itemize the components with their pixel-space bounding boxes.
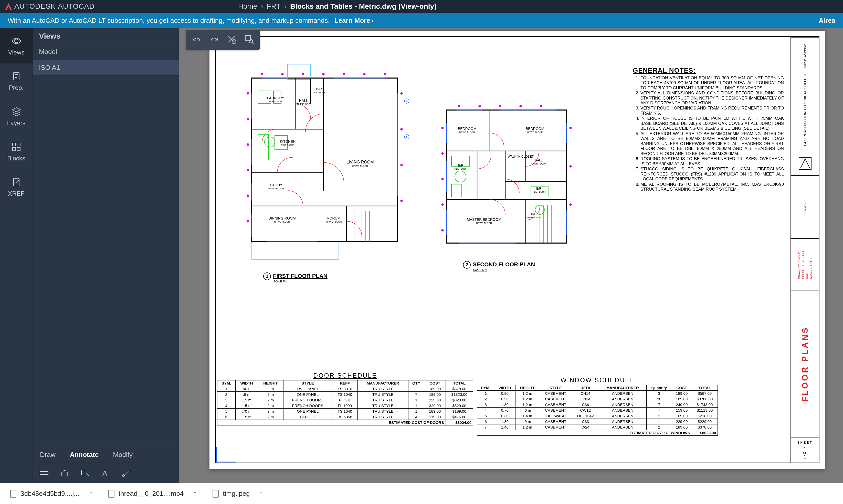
download-item[interactable]: timg.jpeg ⌃ — [205, 486, 271, 501]
svg-rect-17 — [288, 64, 311, 79]
tb-scale: SCALE 1/4"=1'-0" — [809, 250, 812, 279]
rail-layers[interactable]: Layers — [0, 99, 33, 134]
general-notes-heading: GENERAL NOTES: — [633, 67, 784, 74]
banner-right-text: Alrea — [819, 17, 835, 24]
download-filename: timg.jpeg — [223, 490, 250, 498]
view-iso-a1[interactable]: ISO A1 — [33, 60, 179, 76]
svg-point-93 — [442, 127, 444, 129]
svg-rect-9 — [40, 471, 48, 474]
text-icon[interactable]: A — [100, 468, 110, 478]
note-2: VERIFY ALL DIMENSIONS AND CONDITIONS BEF… — [640, 91, 784, 105]
second-floor-title: 2SECOND FLOOR PLANSCALE 50:1 — [463, 261, 535, 271]
rail-blocks[interactable]: Blocks — [0, 134, 33, 169]
chevron-up-icon[interactable]: ⌃ — [259, 491, 263, 497]
door-schedule: DOOR SCHEDULE SYM.WIDTHHEIGHTSTYLEREF#MA… — [217, 372, 473, 426]
rail-views[interactable]: Views — [0, 28, 33, 64]
tb-comments: COMMENTS — [804, 200, 806, 214]
multileader-icon[interactable] — [121, 468, 131, 478]
tab-annotate[interactable]: Annotate — [63, 447, 106, 463]
svg-point-94 — [442, 152, 444, 155]
side-panel: Views Model ISO A1 Draw Annotate Modify … — [33, 28, 179, 483]
svg-rect-5 — [17, 143, 20, 146]
download-item[interactable]: 3db48e4d5bd9....j... ⌃ — [3, 486, 100, 501]
door-schedule-title: DOOR SCHEDULE — [217, 372, 473, 379]
canvas[interactable]: GENERAL NOTES: FOUNDATION VENTILATION EQ… — [179, 28, 843, 483]
window-schedule-title: WINDOW SCHEDULE — [477, 377, 718, 384]
app-header: AUTODESK AUTOCAD Home › FRT › Blocks and… — [0, 0, 843, 13]
svg-point-54 — [400, 128, 402, 130]
svg-point-96 — [442, 204, 444, 206]
svg-rect-39 — [258, 134, 269, 160]
svg-point-42 — [302, 73, 304, 75]
crumb-file: Blocks and Tables - Metric.dwg (View-onl… — [290, 2, 436, 11]
file-icon — [212, 490, 219, 498]
window-schedule: WINDOW SCHEDULE SYM.WIDTHHEIGHTSTYLEREF#… — [477, 377, 718, 436]
bottom-tabs: Draw Annotate Modify — [33, 447, 179, 463]
rail-blocks-label: Blocks — [7, 155, 25, 162]
svg-point-84 — [455, 171, 466, 182]
svg-point-89 — [479, 105, 481, 107]
svg-point-48 — [247, 118, 249, 120]
document-icon — [11, 71, 22, 82]
learn-more-link[interactable]: Learn More› — [334, 17, 373, 24]
svg-rect-4 — [13, 143, 16, 146]
rail-xref[interactable]: XREF — [0, 169, 33, 205]
svg-point-50 — [247, 169, 249, 171]
subscription-banner: With an AutoCAD or AutoCAD LT subscripti… — [0, 13, 843, 28]
chevron-up-icon[interactable]: ⌃ — [193, 491, 197, 497]
svg-line-13 — [85, 472, 89, 475]
chevron-up-icon[interactable]: ⌃ — [89, 491, 93, 497]
xref-icon — [11, 177, 22, 187]
chevron-right-icon: › — [261, 2, 263, 11]
table-row: 31.5 m2 mFRENCH DOORSFL 301TRU STYLE1329… — [218, 397, 473, 403]
svg-point-41 — [281, 73, 283, 75]
svg-rect-85 — [451, 184, 462, 197]
tb-school: LAKE WASHINGTON TECHNICAL COLLEGE — [803, 72, 807, 146]
table-row: 1.90 m2 mTWO PANELTS 3010TRU STYLE2189.0… — [218, 386, 473, 392]
svg-point-95 — [442, 178, 444, 180]
undo-button[interactable] — [191, 34, 202, 45]
svg-point-111 — [249, 39, 253, 43]
tb-date: DATE — [805, 250, 808, 279]
table-row: 31.801.2 mCASEMENTC34ANDERSEN7249.00$174… — [477, 402, 718, 408]
revision-cloud-icon[interactable] — [59, 468, 70, 478]
tb-sheet-number: SHEET 1 OF 1 — [791, 437, 819, 463]
svg-rect-6 — [13, 148, 16, 151]
side-panel-title: Views — [33, 28, 179, 44]
download-item[interactable]: thread__0_201....mp4 ⌃ — [101, 486, 204, 501]
tab-modify[interactable]: Modify — [106, 447, 140, 463]
rail-views-label: Views — [8, 49, 24, 56]
table-row: 61.80.9 mCASEMENTC33ANDERSEN1229.00$229.… — [477, 419, 718, 425]
downloads-bar: 3db48e4d5bd9....j... ⌃ thread__0_201....… — [0, 483, 843, 504]
note-1: FOUNDATION VENTILATION EQUAL TO 300 SQ M… — [640, 75, 784, 90]
crumb-frt[interactable]: FRT — [267, 2, 281, 11]
zoom-window-button[interactable] — [244, 34, 254, 45]
crumb-home[interactable]: Home — [238, 2, 257, 11]
table-row: 10.801.2 mCASEMENTCN14ANDERSEN3189.00$56… — [477, 391, 718, 396]
redo-button[interactable] — [209, 34, 219, 45]
tab-draw[interactable]: Draw — [33, 447, 63, 463]
view-model[interactable]: Model — [33, 44, 179, 60]
svg-rect-8 — [14, 178, 19, 186]
svg-point-46 — [384, 73, 386, 75]
rail-properties[interactable]: Prop. — [0, 64, 33, 99]
svg-point-40 — [261, 73, 263, 75]
svg-text:4: 4 — [406, 136, 407, 139]
table-row: 61.5 m2 mBI-FOLDBF 5068TRU STYLE4119.00$… — [218, 414, 473, 420]
blocks-icon — [11, 142, 22, 152]
erase-button[interactable] — [226, 34, 237, 45]
chevron-right-icon: › — [284, 2, 287, 11]
svg-point-90 — [499, 105, 501, 107]
first-floor-title: 1FIRST FLOOR PLANSCALE 50:1 — [263, 272, 328, 283]
breadcrumb: Home › FRT › Blocks and Tables - Metric.… — [238, 2, 436, 11]
dimension-icon[interactable] — [39, 468, 49, 478]
rail-layers-label: Layers — [7, 120, 25, 127]
svg-point-45 — [363, 73, 365, 75]
title-block: LAKE WASHINGTON TECHNICAL COLLEGE Kirkla… — [791, 37, 819, 463]
svg-line-112 — [252, 42, 254, 44]
general-notes: GENERAL NOTES: FOUNDATION VENTILATION EQ… — [633, 67, 784, 192]
table-row: 40.70.6 mCASEMENTCW12ANDERSEN7159.00$111… — [477, 408, 718, 413]
note-6: ROOFING SYSTEM IS TO BE ENGEERINERED TRU… — [640, 156, 784, 166]
leader-icon[interactable] — [80, 468, 90, 478]
canvas-toolbar — [186, 30, 260, 50]
